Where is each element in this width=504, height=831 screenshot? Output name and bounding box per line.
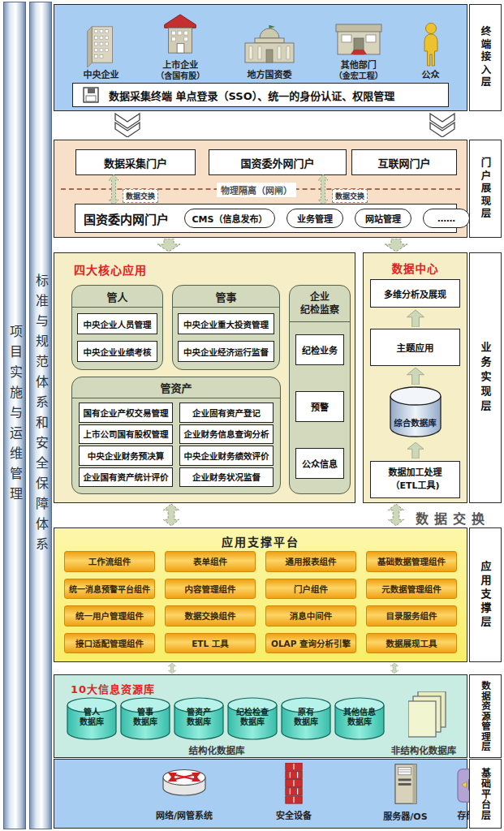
dc-theme-box: 主题应用 — [370, 329, 460, 366]
db-label: 管资产 数据库 — [173, 708, 225, 726]
composite-database-cylinder-icon — [388, 385, 443, 439]
resource-title: 10大信息资源库 — [71, 681, 155, 696]
discipline-item: 纪检业务 — [295, 334, 344, 365]
actors-row: 中央企业 上市企业 （含国有股） — [64, 10, 460, 81]
pill-cms: CMS（信息发布） — [184, 209, 275, 228]
infra-label: 网络/网管系统 — [156, 808, 213, 821]
listed-company-icon — [161, 12, 200, 58]
section-assets: 管资产 国有企业产权交易管理 上市公司国有股权管理 中央企业财务预决算 企业国有… — [71, 377, 281, 494]
exchange-left-label: 数据交换 — [123, 189, 158, 203]
green-down-arrow-icon — [380, 239, 412, 252]
document-stack-icon — [408, 691, 447, 738]
unstructured-db-label: 非结构化数据库 — [371, 743, 476, 756]
sso-bar: 数据采集终端 单点登录（SSO）、统一的身份认证、权限管理 — [72, 83, 449, 107]
terminal-layer: 中央企业 上市企业 （含国有股） — [54, 4, 467, 111]
green-down-arrow-icon — [153, 239, 185, 252]
db-cylinder-group: 管资产 数据库 — [173, 696, 225, 745]
data-exchange-label: 数据交换 — [416, 508, 490, 527]
db-cylinder-group: 纪检检查 数据库 — [226, 696, 278, 745]
up-arrow-icon — [404, 368, 427, 385]
structured-db-label: 结构化数据库 — [144, 743, 290, 756]
section-affairs-title: 管事 — [173, 286, 279, 308]
component-button: 消息中间件 — [265, 605, 356, 626]
infrastructure-layer: 网络/网管系统 安全设备 — [54, 759, 467, 829]
sso-bar-text: 数据采集终端 单点登录（SSO）、统一的身份认证、权限管理 — [109, 88, 394, 103]
core-applications-title: 四大核心应用 — [74, 261, 147, 278]
app-support-layer: 应用支撑平台 工作流组件 表单组件 通用报表组件 基础数据管理组件 统一消息预警… — [54, 527, 467, 662]
component-button: 基础数据管理组件 — [366, 551, 457, 572]
infra-label: 安全设备 — [276, 808, 312, 821]
dc-analysis-box: 多维分析及展现 — [370, 279, 460, 308]
isolation-label: 物理隔离（网闸） — [217, 183, 296, 197]
server-icon — [389, 762, 423, 806]
component-button: 接口适配管理组件 — [64, 633, 155, 654]
assets-item: 中央企业财务绩效评价 — [179, 446, 274, 466]
floppy-disk-icon — [83, 87, 99, 103]
actor-other-departments: 其他部门 （金宏工程） — [334, 19, 383, 81]
component-button: 数据展现工具 — [366, 633, 457, 654]
actor-sub: （金宏工程） — [334, 71, 383, 81]
assets-item: 上市公司国有股权管理 — [79, 424, 173, 445]
data-center-title: 数据中心 — [364, 260, 467, 276]
assets-item: 国有企业产权交易管理 — [79, 403, 173, 423]
affairs-item: 中央企业重大投资管理 — [178, 313, 274, 334]
actor-listed-company: 上市企业 （含国有股） — [156, 12, 205, 81]
data-center-panel: 数据中心 多维分析及展现 主题应用 综合数据库 数据加工处理 （ETL工具) — [363, 252, 467, 503]
layer-label-data-resource: 数据资源管理层 — [469, 674, 502, 758]
component-button: 通用报表组件 — [265, 551, 356, 572]
component-button: 统一用户管理组件 — [64, 605, 155, 626]
actor-public: 公众 — [420, 22, 442, 81]
data-exchange-arrow-icon — [106, 174, 121, 205]
actor-sub: （含国有股） — [156, 71, 205, 81]
actor-name: 其他部门 — [341, 60, 377, 71]
app-support-title: 应用支撑平台 — [54, 533, 467, 549]
section-assets-title: 管资产 — [72, 377, 280, 398]
office-building-icon — [82, 22, 119, 67]
component-button: 目录服务组件 — [366, 605, 457, 626]
people-item: 中央企业人员管理 — [77, 313, 157, 334]
infra-label: 服务器/OS — [383, 809, 427, 822]
exchange-right-label: 数据交换 — [332, 189, 368, 203]
component-button: 门户组件 — [265, 579, 356, 600]
intranet-portal-box: 国资委内网门户 CMS（信息发布） 业务管理 网站管理 …… — [75, 204, 457, 233]
component-button: ETL 工具 — [165, 633, 256, 654]
infra-item-network: 网络/网管系统 — [131, 766, 237, 821]
layer-label-portal: 门户展现层 — [469, 140, 502, 238]
assets-item: 企业国有资产统计评价 — [79, 467, 173, 488]
portal-box-internet: 互联网门户 — [351, 149, 457, 175]
infra-item-security: 安全设备 — [249, 763, 338, 821]
chevron-down-icon — [114, 113, 141, 137]
db-cylinder-group: 其他信息 数据库 — [334, 696, 386, 745]
layer-label-business: 业务实现层 — [469, 252, 502, 503]
section-discipline-title: 企业 纪检监察 — [290, 286, 350, 322]
pill-website-mgmt: 网站管理 — [355, 209, 411, 228]
actor-name: 公众 — [422, 70, 440, 81]
db-label: 纪检检查 数据库 — [226, 708, 278, 726]
assets-grid: 国有企业产权交易管理 上市公司国有股权管理 中央企业财务预决算 企业国有资产统计… — [79, 403, 274, 487]
db-label: 其他信息 数据库 — [334, 708, 386, 726]
standards-security-label: 标准与规范体系和安全保障体系 — [31, 273, 50, 558]
db-label: 原有 数据库 — [280, 708, 332, 726]
db-label: 管人 数据库 — [66, 708, 118, 726]
assets-item: 企业财务状况监督 — [179, 467, 274, 488]
dc-etl-box: 数据加工处理 （ETL工具) — [370, 461, 460, 498]
green-double-arrow-icon — [159, 663, 185, 674]
pill-ellipsis: …… — [423, 209, 470, 228]
government-building-icon — [241, 25, 298, 67]
components-grid: 工作流组件 表单组件 通用报表组件 基础数据管理组件 统一消息预警平台组件 内容… — [64, 551, 457, 653]
portal-box-extranet: 国资委外网门户 — [209, 149, 347, 175]
discipline-item: 公众信息 — [295, 448, 344, 479]
section-people: 管人 中央企业人员管理 中央企业业绩考核 — [71, 285, 163, 370]
project-ops-bar: 项目实施与运维管理 — [3, 2, 26, 829]
public-person-icon — [420, 22, 442, 67]
portal-layer: 数据采集门户 国资委外网门户 互联网门户 物理隔离（网闸） 数据交换 数据交换 … — [54, 140, 467, 238]
db-cylinder-group: 管事 数据库 — [119, 696, 171, 745]
component-button: 统一消息预警平台组件 — [64, 579, 155, 600]
actor-name: 地方国资委 — [247, 70, 291, 81]
assets-item: 企业财务信息查询分析 — [179, 424, 274, 445]
assets-item: 企业固有资产登记 — [179, 403, 274, 423]
green-double-arrow-icon — [157, 504, 186, 526]
layer-label-app-support: 应用支撑层 — [469, 527, 502, 662]
discipline-item: 预警 — [295, 391, 344, 422]
actor-name: 中央企业 — [83, 70, 118, 81]
